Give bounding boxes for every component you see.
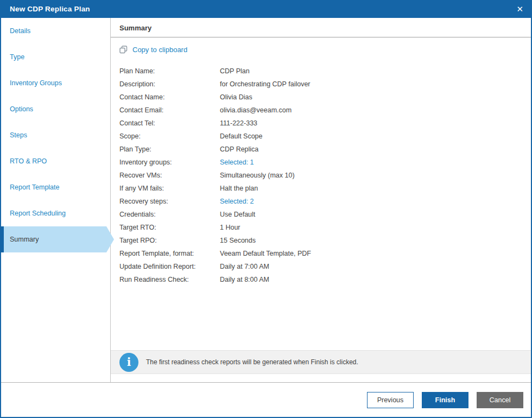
sidebar-item-type[interactable]: Type [1,44,110,70]
page-title: Summary [111,18,531,37]
summary-row-plan-name: Plan Name: CDP Plan [119,65,531,78]
summary-row-inventory-groups: Inventory groups: Selected: 1 [119,156,531,169]
summary-row-run-readiness-check: Run Readiness Check: Daily at 8:00 AM [119,273,531,286]
summary-row-value: olivia.dias@veeam.com [220,104,531,117]
summary-row-label: Contact Name: [119,91,220,104]
summary-row-label: If any VM fails: [119,182,220,195]
summary-row-contact-name: Contact Name: Olivia Dias [119,91,531,104]
dialog-title: New CDP Replica Plan [10,5,90,13]
info-bar: i The first readiness check reports will… [111,350,531,374]
sidebar-item-report-scheduling[interactable]: Report Scheduling [1,200,110,226]
summary-row-value: Halt the plan [220,182,531,195]
content-spacer [111,286,531,350]
summary-row-scope: Scope: Default Scope [119,130,531,143]
dialog-body: Details Type Inventory Groups Options St… [1,18,531,382]
summary-row-value: Simultaneously (max 10) [220,169,531,182]
summary-row-label: Description: [119,78,220,91]
sidebar-item-inventory-groups[interactable]: Inventory Groups [1,70,110,96]
summary-row-value: Use Default [220,208,531,221]
sidebar-item-report-template[interactable]: Report Template [1,174,110,200]
sidebar-item-steps[interactable]: Steps [1,122,110,148]
sidebar-item-label: Inventory Groups [10,79,62,87]
dialog-titlebar: New CDP Replica Plan ✕ [1,0,531,18]
info-icon: i [119,353,138,372]
sidebar-item-label: Type [10,53,24,61]
summary-row-recover-vms: Recover VMs: Simultaneously (max 10) [119,169,531,182]
sidebar-item-label: Options [10,105,33,113]
summary-row-label: Plan Type: [119,143,220,156]
summary-row-value: Olivia Dias [220,91,531,104]
sidebar-item-details[interactable]: Details [1,18,110,44]
summary-row-label: Contact Tel: [119,117,220,130]
summary-row-value: 111-222-333 [220,117,531,130]
summary-row-label: Target RPO: [119,234,220,247]
summary-row-value: 1 Hour [220,221,531,234]
summary-row-label: Contact Email: [119,104,220,117]
summary-row-credentials: Credentials: Use Default [119,208,531,221]
summary-row-label: Target RTO: [119,221,220,234]
sidebar-item-label: Summary [10,236,39,243]
summary-row-label: Credentials: [119,208,220,221]
summary-row-value: Default Scope [220,130,531,143]
summary-row-label: Plan Name: [119,65,220,78]
info-text: The first readiness check reports will b… [146,358,358,366]
sidebar-item-summary: Summary [1,226,114,252]
summary-row-value: 15 Seconds [220,234,531,247]
finish-button[interactable]: Finish [422,392,468,408]
summary-row-label: Inventory groups: [119,156,220,169]
summary-list: Plan Name: CDP Plan Description: for Orc… [119,65,531,286]
sidebar-item-options[interactable]: Options [1,96,110,122]
summary-row-value: Daily at 7:00 AM [220,260,531,273]
summary-row-contact-email: Contact Email: olivia.dias@veeam.com [119,104,531,117]
cancel-button[interactable]: Cancel [477,392,523,408]
summary-row-value: for Orchestrating CDP failover [220,78,531,91]
sidebar-item-label: Report Template [10,183,60,191]
summary-row-label: Run Readiness Check: [119,273,220,286]
summary-row-value: Veeam Default Template, PDF [220,247,531,260]
sidebar-item-label: RTO & RPO [10,157,47,165]
summary-row-report-template-format: Report Template, format: Veeam Default T… [119,247,531,260]
summary-row-label: Update Definition Report: [119,260,220,273]
wizard-steps-sidebar: Details Type Inventory Groups Options St… [1,18,111,382]
summary-row-plan-type: Plan Type: CDP Replica [119,143,531,156]
sidebar-item-label: Steps [10,131,27,139]
summary-row-target-rpo: Target RPO: 15 Seconds [119,234,531,247]
copy-icon [119,46,128,54]
summary-row-update-definition-report: Update Definition Report: Daily at 7:00 … [119,260,531,273]
sidebar-item-rto-rpo[interactable]: RTO & RPO [1,148,110,174]
summary-row-value: Daily at 8:00 AM [220,273,531,286]
copy-to-clipboard-label: Copy to clipboard [132,46,187,54]
summary-row-value: CDP Replica [220,143,531,156]
summary-row-label: Recover VMs: [119,169,220,182]
summary-row-contact-tel: Contact Tel: 111-222-333 [119,117,531,130]
summary-row-label: Report Template, format: [119,247,220,260]
summary-panel: Summary Copy to clipboard Plan Name: CDP… [111,18,531,382]
summary-row-value[interactable]: Selected: 2 [220,195,531,208]
sidebar-item-label: Report Scheduling [10,210,66,217]
summary-row-value[interactable]: Selected: 1 [220,156,531,169]
summary-row-target-rto: Target RTO: 1 Hour [119,221,531,234]
summary-row-recovery-steps: Recovery steps: Selected: 2 [119,195,531,208]
new-cdp-replica-plan-dialog: New CDP Replica Plan ✕ Details Type Inve… [0,0,532,418]
dialog-footer: Previous Finish Cancel [1,382,531,417]
summary-row-value: CDP Plan [220,65,531,78]
sidebar-item-label: Details [10,27,30,35]
copy-to-clipboard-link[interactable]: Copy to clipboard [119,46,187,54]
summary-row-if-any-vm-fails: If any VM fails: Halt the plan [119,182,531,195]
summary-row-description: Description: for Orchestrating CDP failo… [119,78,531,91]
summary-row-label: Scope: [119,130,220,143]
close-icon[interactable]: ✕ [516,5,523,13]
summary-row-label: Recovery steps: [119,195,220,208]
previous-button[interactable]: Previous [367,392,414,408]
